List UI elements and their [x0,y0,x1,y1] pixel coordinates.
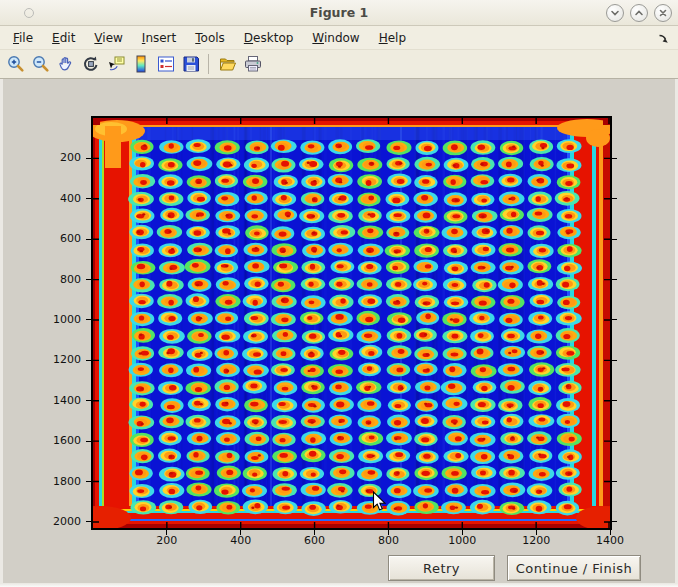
y-tick-mark [86,400,91,401]
y-tick-mark [86,441,91,442]
close-window-button[interactable] [654,4,672,22]
menu-view[interactable]: View [94,31,122,45]
save-icon [181,54,201,74]
y-tick-mark [86,198,91,199]
open-folder-icon [218,54,238,74]
print-icon [243,54,263,74]
x-tick-mark [314,530,315,535]
x-tick-mark [166,530,167,535]
x-tick-mark [240,530,241,535]
rotate-3d-icon [81,54,101,74]
zoom-in-icon [6,54,26,74]
y-tick-label: 1600 [31,434,81,447]
x-tick-mark [388,530,389,535]
dock-figure-icon[interactable] [656,31,670,45]
save-button[interactable] [178,52,203,77]
colorbar-icon [131,54,151,74]
axes: 2004006008001000120014002004006008001000… [93,118,610,528]
menu-edit[interactable]: Edit [52,31,75,45]
y-tick-label: 200 [31,151,81,164]
y-tick-mark-right [612,239,617,240]
x-tick-mark [462,530,463,535]
open-button[interactable] [215,52,240,77]
legend-button[interactable] [153,52,178,77]
y-tick-mark-right [612,279,617,280]
pan-hand-icon [56,54,76,74]
y-tick-mark [86,481,91,482]
zoom-out-icon [31,54,51,74]
x-tick-label: 800 [363,534,413,547]
y-tick-mark [86,158,91,159]
chevron-up-icon [633,7,645,19]
toolbar-separator [208,54,209,74]
toolbar [0,50,678,79]
y-tick-mark-right [612,158,617,159]
menu-tools[interactable]: Tools [195,31,225,45]
figure-window: Figure 1 File Edit View Insert Tools Des… [0,0,678,587]
y-tick-label: 600 [31,232,81,245]
close-icon [657,7,669,19]
rotate-3d-button[interactable] [78,52,103,77]
legend-icon [156,54,176,74]
x-tick-mark [536,530,537,535]
y-tick-mark-right [612,360,617,361]
menubar: File Edit View Insert Tools Desktop Wind… [0,26,678,50]
maximize-window-button[interactable] [630,4,648,22]
window-border-left [0,79,3,587]
mouse-cursor [372,491,387,513]
y-tick-mark-right [612,198,617,199]
print-button[interactable] [240,52,265,77]
y-tick-mark-right [612,400,617,401]
chevron-down-icon [609,7,621,19]
y-tick-mark [86,360,91,361]
data-cursor-button[interactable] [103,52,128,77]
y-tick-mark-right [612,481,617,482]
y-tick-mark [86,279,91,280]
y-tick-label: 1800 [31,475,81,488]
y-tick-mark-right [612,441,617,442]
y-tick-mark [86,319,91,320]
y-tick-label: 1400 [31,394,81,407]
x-tick-label: 400 [216,534,266,547]
y-tick-label: 1000 [31,313,81,326]
x-tick-label: 1400 [585,534,635,547]
plate-image [93,118,610,528]
x-tick-label: 1200 [511,534,561,547]
shade-window-button[interactable] [606,4,624,22]
pan-button[interactable] [53,52,78,77]
x-tick-label: 200 [142,534,192,547]
x-tick-label: 1000 [437,534,487,547]
titlebar[interactable]: Figure 1 [0,0,678,26]
menu-help[interactable]: Help [379,31,406,45]
y-tick-label: 2000 [31,515,81,528]
window-title: Figure 1 [0,5,678,20]
y-tick-label: 1200 [31,353,81,366]
x-tick-mark [610,530,611,535]
zoom-out-button[interactable] [28,52,53,77]
x-tick-label: 600 [290,534,340,547]
window-border-bottom [0,583,678,587]
y-tick-label: 400 [31,192,81,205]
y-tick-mark [86,521,91,522]
zoom-in-button[interactable] [3,52,28,77]
y-tick-mark [86,239,91,240]
menu-file[interactable]: File [13,31,33,45]
y-tick-mark-right [612,319,617,320]
continue-finish-button[interactable]: Continue / Finish [507,555,641,581]
retry-button[interactable]: Retry [388,555,495,581]
data-cursor-icon [106,54,126,74]
menu-desktop[interactable]: Desktop [244,31,294,45]
menu-insert[interactable]: Insert [142,31,176,45]
colorbar-button[interactable] [128,52,153,77]
menu-window[interactable]: Window [312,31,359,45]
y-tick-label: 800 [31,273,81,286]
y-tick-mark-right [612,521,617,522]
